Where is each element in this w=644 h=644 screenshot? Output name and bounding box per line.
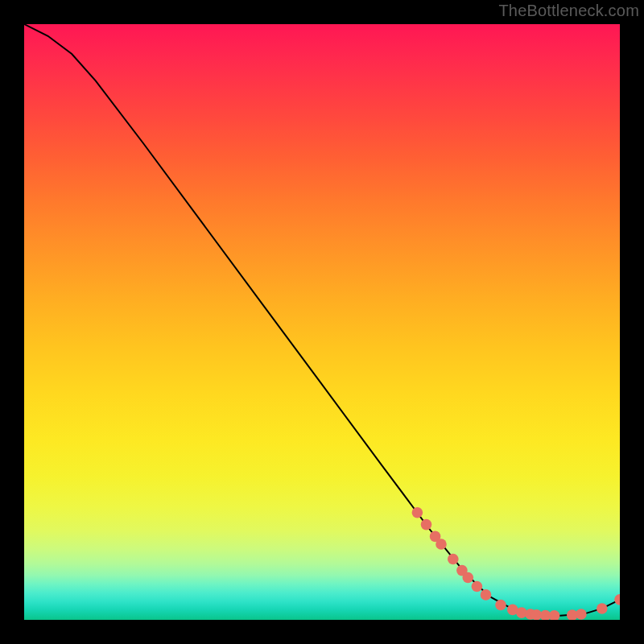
data-marker xyxy=(549,610,560,620)
watermark-text: TheBottleneck.com xyxy=(498,2,639,20)
bottleneck-curve xyxy=(24,24,620,616)
data-marker xyxy=(597,603,608,614)
chart-container: TheBottleneck.com xyxy=(0,0,644,644)
data-marker xyxy=(436,539,447,550)
data-marker xyxy=(412,507,423,518)
data-marker xyxy=(448,554,459,565)
data-marker xyxy=(495,600,506,611)
data-marker xyxy=(481,589,492,601)
chart-svg xyxy=(24,24,620,620)
data-marker xyxy=(576,609,587,620)
data-marker xyxy=(421,519,432,530)
data-marker xyxy=(472,581,483,592)
data-marker xyxy=(463,572,474,584)
data-markers-group xyxy=(412,507,620,620)
data-marker xyxy=(614,594,620,605)
plot-area xyxy=(24,24,620,620)
